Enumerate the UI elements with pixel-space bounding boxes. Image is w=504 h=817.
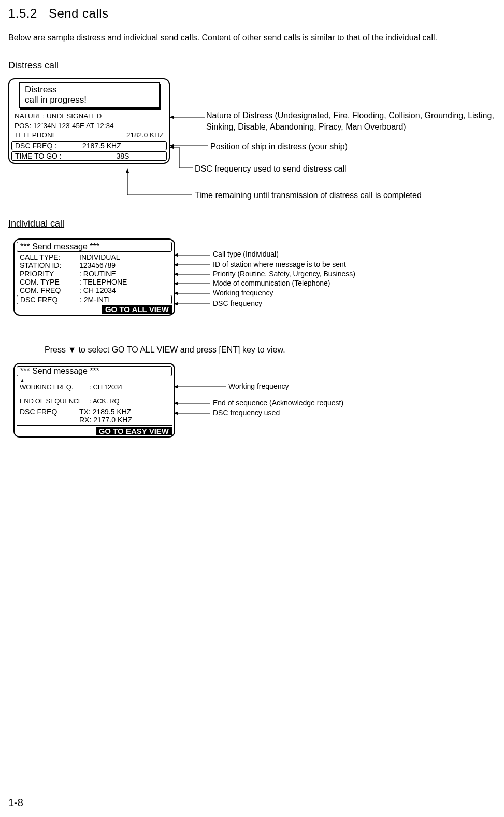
section-heading: 1.5.2Send calls <box>8 6 496 21</box>
intro-paragraph: Below are sample distress and individual… <box>8 30 496 46</box>
instruction-text: Press ▼ to select GO TO ALL VIEW and pre… <box>45 344 496 356</box>
callout-dsc: DSC frequency used to send distress call <box>195 163 347 175</box>
callout-com-type: Mode of communication (Telephone) <box>213 279 330 287</box>
callout-nature: Nature of Distress (Undesignated, Fire, … <box>206 110 496 132</box>
callout-station-id: ID of station where message is to be sen… <box>213 260 346 269</box>
section-number: 1.5.2 <box>8 6 37 20</box>
heading-distress-call: Distress call <box>8 60 496 71</box>
heading-individual-call: Individual call <box>8 218 496 229</box>
callout-priority: Priority (Routine, Safety, Urgency, Busi… <box>213 270 355 278</box>
callout-call-type: Call type (Individual) <box>213 250 279 258</box>
section-title: Send calls <box>49 6 109 20</box>
callout-ttg: Time remaining until transmission of dis… <box>195 190 464 201</box>
callout-position: Position of ship in distress (your ship) <box>210 141 348 152</box>
callout-working-freq: Working frequency <box>213 289 273 297</box>
callout-eos: End of sequence (Acknowledge request) <box>213 399 343 407</box>
callout-working-freq-2: Working frequency <box>228 382 289 390</box>
callout-dsc-freq: DSC frequency <box>213 299 262 307</box>
callout-dsc-used: DSC frequency used <box>213 408 280 417</box>
